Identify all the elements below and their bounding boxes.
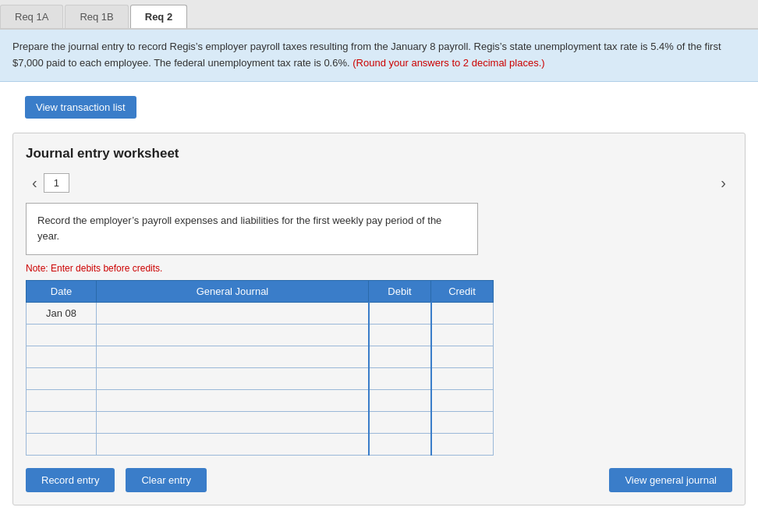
credit-cell[interactable] [431,368,494,390]
debit-input[interactable] [370,412,430,433]
journal-cell[interactable] [97,390,369,412]
tab-req2[interactable]: Req 2 [130,5,187,28]
worksheet-title: Journal entry worksheet [26,146,732,161]
record-entry-button[interactable]: Record entry [26,468,115,492]
table-row [27,412,494,434]
debit-cell[interactable] [369,412,431,434]
journal-cell[interactable] [97,325,369,346]
date-cell [27,325,97,346]
debit-input[interactable] [370,303,430,324]
tab-req1a[interactable]: Req 1A [0,5,63,28]
page-wrapper: Req 1A Req 1B Req 2 Prepare the journal … [0,0,758,532]
debit-input[interactable] [370,368,430,389]
debit-cell[interactable] [369,346,431,368]
table-row [27,434,494,456]
credit-cell[interactable] [431,434,494,456]
credit-input[interactable] [432,303,494,324]
journal-cell[interactable] [97,412,369,434]
tab-req1b[interactable]: Req 1B [65,5,128,28]
debit-input[interactable] [370,390,430,411]
table-row [27,368,494,390]
page-number: 1 [44,173,69,193]
view-transaction-button[interactable]: View transaction list [25,96,136,119]
instructions-box: Prepare the journal entry to record Regi… [0,30,758,82]
journal-cell[interactable] [97,434,369,456]
table-row [27,325,494,346]
col-header-credit: Credit [431,281,494,303]
journal-cell[interactable] [97,303,369,325]
journal-input[interactable] [97,434,368,455]
credit-input[interactable] [432,412,494,433]
journal-input[interactable] [97,303,368,324]
col-header-journal: General Journal [97,281,369,303]
journal-cell[interactable] [97,346,369,368]
debit-cell[interactable] [369,303,431,325]
description-box: Record the employer’s payroll expenses a… [26,203,478,256]
worksheet-container: Journal entry worksheet ‹ 1 › Record the… [12,133,746,506]
date-cell [27,390,97,412]
description-text: Record the employer’s payroll expenses a… [37,215,441,243]
credit-input[interactable] [432,434,494,455]
tabs-bar: Req 1A Req 1B Req 2 [0,0,758,30]
table-row [27,346,494,368]
credit-input[interactable] [432,390,494,411]
debit-cell[interactable] [369,368,431,390]
action-buttons: Record entry Clear entry View general jo… [26,468,732,492]
credit-cell[interactable] [431,303,494,325]
debit-input[interactable] [370,325,430,346]
credit-cell[interactable] [431,325,494,346]
prev-page-button[interactable]: ‹ [26,172,44,193]
credit-input[interactable] [432,368,494,389]
journal-input[interactable] [97,325,368,346]
date-cell: Jan 08 [27,303,97,325]
journal-input[interactable] [97,346,368,367]
date-cell [27,368,97,390]
note-text: Note: Enter debits before credits. [26,263,732,274]
debit-input[interactable] [370,346,430,367]
credit-input[interactable] [432,325,494,346]
credit-cell[interactable] [431,412,494,434]
next-page-button[interactable]: › [714,172,732,193]
credit-cell[interactable] [431,390,494,412]
debit-cell[interactable] [369,390,431,412]
debit-input[interactable] [370,434,430,455]
nav-row: ‹ 1 › [26,172,732,193]
date-cell [27,412,97,434]
journal-table: Date General Journal Debit Credit Jan 08 [26,280,494,456]
credit-input[interactable] [432,346,494,367]
view-general-journal-button[interactable]: View general journal [609,468,732,492]
instructions-red: (Round your answers to 2 decimal places.… [352,57,544,69]
clear-entry-button[interactable]: Clear entry [126,468,207,492]
debit-cell[interactable] [369,325,431,346]
journal-input[interactable] [97,412,368,433]
journal-input[interactable] [97,368,368,389]
date-cell [27,434,97,456]
date-cell [27,346,97,368]
table-row [27,390,494,412]
journal-cell[interactable] [97,368,369,390]
journal-input[interactable] [97,390,368,411]
col-header-debit: Debit [369,281,431,303]
table-row: Jan 08 [27,303,494,325]
credit-cell[interactable] [431,346,494,368]
col-header-date: Date [27,281,97,303]
debit-cell[interactable] [369,434,431,456]
